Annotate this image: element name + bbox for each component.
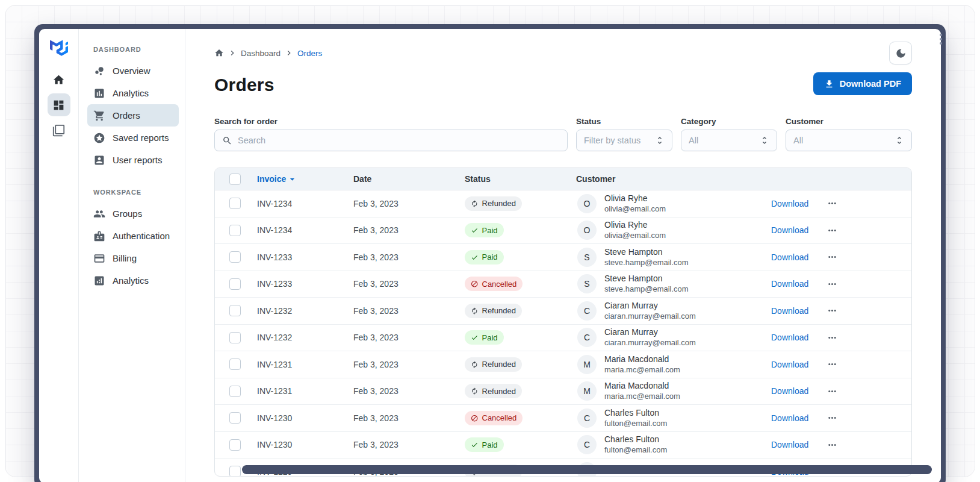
row-checkbox[interactable]: [229, 466, 241, 477]
invoice-cell: INV-1232: [251, 333, 347, 342]
column-header-date: Date: [347, 174, 459, 184]
sidebar-item-analytics[interactable]: Analytics: [87, 269, 179, 292]
invoice-cell: INV-1230: [251, 413, 347, 423]
sidebar-item-overview[interactable]: Overview: [87, 60, 179, 82]
customer-name: Steve Hampton: [604, 273, 689, 284]
nav-section-label: DASHBOARD: [93, 46, 179, 53]
row-menu-button[interactable]: [824, 357, 840, 372]
sidebar-item-orders[interactable]: Orders: [87, 104, 179, 127]
download-pdf-button[interactable]: Download PDF: [813, 72, 912, 95]
sidebar-item-analytics[interactable]: Analytics: [87, 82, 179, 104]
column-header-status: Status: [459, 174, 570, 184]
status-label: Refunded: [482, 360, 516, 369]
row-menu-button[interactable]: [824, 303, 840, 319]
horizontal-scrollbar[interactable]: [242, 465, 932, 474]
search-input[interactable]: Search: [214, 130, 568, 151]
select-all-checkbox[interactable]: [229, 174, 241, 185]
analytics-icon: [93, 275, 105, 287]
row-menu-button[interactable]: [824, 437, 840, 452]
status-chip-paid: Paid: [465, 437, 504, 452]
sidebar-item-groups[interactable]: Groups: [87, 202, 179, 225]
customer-cell: CCiaran Murrayciaran.murray@email.com: [570, 300, 764, 322]
invoice-cell: INV-1233: [251, 279, 347, 289]
category-filter-select[interactable]: All: [681, 130, 777, 151]
customer-name: Ciaran Murray: [604, 300, 696, 311]
status-chip-paid: Paid: [465, 223, 504, 237]
row-menu-button[interactable]: [824, 383, 840, 399]
customer-name: Charles Fulton: [604, 434, 667, 445]
row-menu-button[interactable]: [824, 222, 840, 238]
nav-section-label: WORKSPACE: [93, 189, 179, 196]
breadcrumb-current[interactable]: Orders: [297, 49, 322, 58]
row-checkbox[interactable]: [229, 439, 241, 451]
chevron-right-icon: [284, 48, 294, 58]
rail-button-dashboard[interactable]: [48, 93, 70, 116]
row-checkbox[interactable]: [229, 251, 241, 263]
download-link[interactable]: Download: [771, 199, 808, 208]
mui-logo-icon[interactable]: [50, 40, 68, 56]
customer-name: Maria Macdonald: [604, 380, 680, 391]
row-menu-button[interactable]: [824, 249, 840, 265]
row-checkbox[interactable]: [229, 225, 241, 236]
sidebar-item-authentication[interactable]: Authentication: [87, 225, 179, 247]
row-checkbox[interactable]: [229, 332, 241, 343]
download-link[interactable]: Download: [771, 413, 808, 423]
icon-rail: [39, 29, 79, 482]
sort-arrow-icon: [287, 174, 297, 184]
cancelled-icon: [471, 280, 479, 288]
breadcrumb-dashboard[interactable]: Dashboard: [241, 49, 281, 58]
search-icon: [222, 136, 232, 146]
download-link[interactable]: Download: [771, 386, 808, 396]
paid-icon: [471, 334, 479, 342]
row-checkbox[interactable]: [229, 358, 241, 370]
row-checkbox[interactable]: [229, 412, 241, 424]
sidebar-item-billing[interactable]: Billing: [87, 247, 179, 269]
date-cell: Feb 3, 2023: [347, 386, 459, 396]
row-menu-button[interactable]: [824, 330, 840, 345]
customer-filter-select[interactable]: All: [786, 130, 912, 151]
download-link[interactable]: Download: [771, 279, 808, 289]
date-cell: Feb 3, 2023: [347, 360, 459, 369]
row-checkbox[interactable]: [229, 386, 241, 397]
row-checkbox[interactable]: [229, 305, 241, 316]
table-row: INV-1234Feb 3, 2023RefundedOOlivia Ryheo…: [215, 190, 911, 218]
table-row: INV-1234Feb 3, 2023PaidOOlivia Ryheolivi…: [215, 218, 911, 245]
theme-toggle-button[interactable]: [889, 42, 912, 64]
more-horiz-icon: [826, 439, 838, 451]
home-icon: [52, 74, 65, 86]
download-link[interactable]: Download: [771, 225, 808, 235]
paid-icon: [471, 254, 479, 261]
download-link[interactable]: Download: [771, 333, 808, 342]
invoice-cell: INV-1231: [251, 386, 347, 396]
download-link[interactable]: Download: [771, 440, 808, 449]
download-link[interactable]: Download: [771, 252, 808, 262]
rail-button-home[interactable]: [48, 68, 70, 91]
avatar: C: [577, 435, 597, 454]
avatar: O: [577, 194, 597, 213]
sidebar-item-saved-reports[interactable]: Saved reports: [87, 127, 179, 149]
rail-button-layers[interactable]: [48, 119, 70, 142]
download-link[interactable]: Download: [771, 360, 808, 369]
unfold-more-icon: [895, 136, 904, 145]
customer-email: ciaran.murray@email.com: [604, 337, 696, 348]
customer-cell: MMaria Macdonaldmaria.mc@email.com: [570, 380, 764, 402]
row-checkbox[interactable]: [229, 278, 241, 290]
table-row: INV-1230Feb 3, 2023PaidCCharles Fultonfu…: [215, 432, 911, 459]
row-checkbox[interactable]: [229, 198, 241, 209]
breadcrumb-home-icon[interactable]: [214, 48, 224, 58]
customer-email: fulton@email.com: [604, 445, 667, 455]
more-horiz-icon: [826, 278, 838, 290]
download-link[interactable]: Download: [771, 306, 808, 316]
column-header-invoice[interactable]: Invoice: [251, 174, 347, 184]
avatar: C: [577, 328, 597, 347]
stars-icon: [93, 132, 105, 144]
row-menu-button[interactable]: [824, 276, 840, 292]
date-cell: Feb 3, 2023: [347, 279, 459, 289]
filter-bar: Search for order Search Status Filter by…: [214, 117, 912, 151]
row-menu-button[interactable]: [824, 410, 840, 426]
status-filter-select[interactable]: Filter by status: [576, 130, 672, 151]
date-cell: Feb 3, 2023: [347, 306, 459, 316]
sidebar-item-user-reports[interactable]: User reports: [87, 149, 179, 171]
cancelled-icon: [471, 415, 479, 422]
row-menu-button[interactable]: [824, 196, 840, 211]
